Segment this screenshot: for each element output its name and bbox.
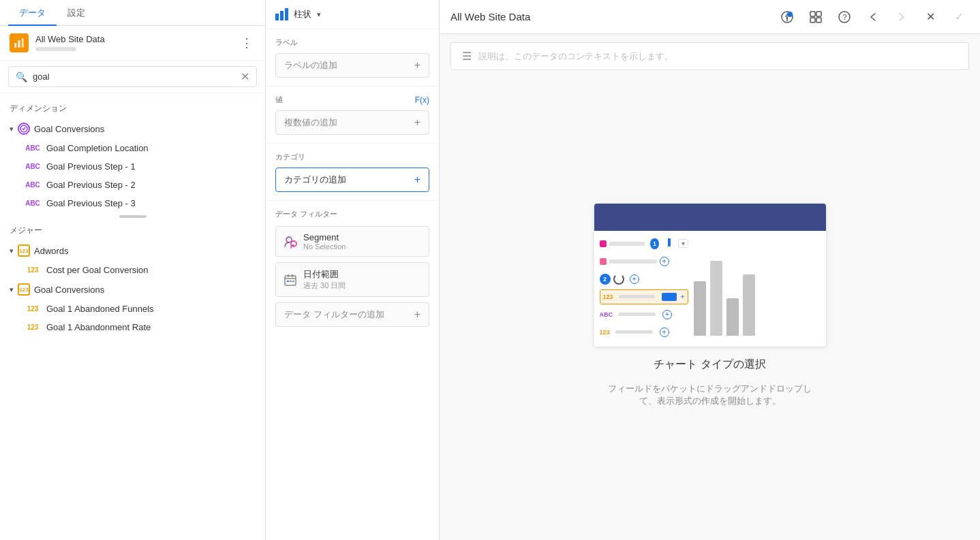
field-type-abc: ABC <box>25 200 41 207</box>
segment-filter-item[interactable]: Segment No Selection <box>275 226 429 257</box>
chevron-down-icon: ▾ <box>10 247 14 255</box>
field-type-label: 123 <box>603 293 613 300</box>
right-panel-title: All Web Site Data <box>450 11 769 22</box>
right-panel: All Web Site Data ? <box>440 0 980 540</box>
num-badge-2: 2 <box>600 274 611 285</box>
grid-icon[interactable] <box>806 7 826 27</box>
list-dot <box>600 258 607 265</box>
add-label-button[interactable]: ラベルの追加 + <box>275 53 429 78</box>
chart-type-row[interactable]: 柱状 ▾ <box>266 0 439 29</box>
notification-icon[interactable] <box>777 7 797 27</box>
measure-group-icon: 123 <box>18 244 30 257</box>
chart-select-sub: フィールドをバケットにドラッグアンドドロップして、表示形式の作成を開始します。 <box>601 383 819 407</box>
list-item[interactable]: 123 Cost per Goal Conversion <box>0 261 265 279</box>
dimension-group-label: Goal Conversions <box>34 124 104 134</box>
add-plus-icon: + <box>414 308 420 321</box>
plus-circle: + <box>660 328 669 337</box>
date-filter-item[interactable]: 日付範囲 過去 30 日間 <box>275 262 429 297</box>
svg-rect-9 <box>292 274 293 277</box>
list-row: 2 + <box>600 272 688 287</box>
measures-section-header: メジャー <box>0 221 265 240</box>
tab-settings[interactable]: 設定 <box>57 0 96 26</box>
field-type-abc: ABC <box>25 144 41 152</box>
chart-placeholder: 1 ▾ + <box>440 70 980 540</box>
check-icon[interactable]: ✓ <box>949 7 969 27</box>
measure-group-adwords[interactable]: ▾ 123 Adwords <box>0 240 265 261</box>
svg-rect-0 <box>14 43 16 48</box>
field-name: Goal Previous Step - 3 <box>46 198 136 208</box>
segment-filter-info: Segment No Selection <box>303 232 422 251</box>
list-row: + <box>600 254 688 269</box>
field-name: Cost per Goal Conversion <box>46 265 149 275</box>
list-line <box>609 242 645 246</box>
add-filter-button[interactable]: データ フィルターの追加 + <box>275 302 429 327</box>
svg-rect-8 <box>288 274 289 277</box>
field-name: Goal 1 Abandonment Rate <box>46 322 151 332</box>
chart-preview-header <box>594 204 826 231</box>
list-item[interactable]: ABC Goal Previous Step - 3 <box>0 194 265 212</box>
field-type-123: 123 <box>25 266 41 274</box>
measure-group-goal-conversions[interactable]: ▾ 123 Goal Conversions <box>0 279 265 300</box>
preview-bar <box>743 274 755 336</box>
preview-bar <box>694 281 706 336</box>
field-name: Goal Completion Location <box>46 143 149 153</box>
list-item[interactable]: 123 Goal 1 Abandonment Rate <box>0 318 265 336</box>
date-filter-sub: 過去 30 日間 <box>303 281 422 291</box>
category-label: カテゴリ <box>275 152 429 162</box>
add-plus-icon: + <box>414 59 420 72</box>
fx-button[interactable]: F(x) <box>415 95 429 105</box>
add-category-text: カテゴリの追加 <box>284 174 346 186</box>
measure-group-label: Adwords <box>34 246 69 256</box>
rotate-icon <box>613 274 624 285</box>
preview-bar <box>710 261 722 336</box>
field-type-label: 123 <box>600 329 610 336</box>
source-row: All Web Site Data ⋮ <box>0 26 265 61</box>
field-list: ディメンション ▾ Goal Conversions ABC Goal Comp… <box>0 93 265 540</box>
close-icon[interactable]: ✕ <box>920 7 940 27</box>
calendar-icon <box>283 272 298 287</box>
bucket-label: ラベル <box>275 37 429 48</box>
list-item[interactable]: 123 Goal 1 Abandoned Funnels <box>0 300 265 318</box>
svg-rect-19 <box>810 18 815 22</box>
svg-rect-17 <box>810 12 815 16</box>
more-options-button[interactable]: ⋮ <box>238 33 256 53</box>
svg-rect-20 <box>816 18 821 22</box>
svg-point-5 <box>286 237 292 242</box>
forward-icon[interactable] <box>891 7 912 27</box>
scroll-hint <box>0 212 265 221</box>
add-value-button[interactable]: 複数値の追加 + <box>275 110 429 135</box>
list-item[interactable]: ABC Goal Previous Step - 1 <box>0 157 265 176</box>
source-info: All Web Site Data <box>35 34 231 52</box>
search-box: 🔍 ✕ <box>8 66 257 87</box>
svg-rect-3 <box>35 47 76 51</box>
measure-group-label: Goal Conversions <box>34 285 104 295</box>
description-placeholder: 説明は、このデータのコンテキストを示します。 <box>478 50 673 63</box>
chart-preview-body: 1 ▾ + <box>594 231 826 347</box>
svg-point-16 <box>786 20 788 21</box>
search-clear-button[interactable]: ✕ <box>241 70 249 83</box>
source-name: All Web Site Data <box>35 34 231 44</box>
category-bucket: カテゴリ カテゴリの追加 + <box>266 144 439 201</box>
search-icon: 🔍 <box>16 72 27 82</box>
tab-data[interactable]: データ <box>8 0 57 26</box>
search-row: 🔍 ✕ <box>0 61 265 93</box>
help-icon[interactable]: ? <box>834 7 855 27</box>
date-filter-name: 日付範囲 <box>303 268 422 281</box>
left-panel: データ 設定 All Web Site Data ⋮ 🔍 ✕ デ <box>0 0 266 540</box>
tab-bar: データ 設定 <box>0 0 265 26</box>
list-item[interactable]: ABC Goal Completion Location <box>0 139 265 157</box>
list-item[interactable]: ABC Goal Previous Step - 2 <box>0 176 265 194</box>
search-input[interactable] <box>33 72 235 82</box>
list-row-selected: 123 + <box>600 289 688 304</box>
chart-type-label: 柱状 <box>294 8 311 20</box>
add-category-button[interactable]: カテゴリの追加 + <box>275 168 429 192</box>
field-name: Goal 1 Abandoned Funnels <box>46 304 154 314</box>
back-icon[interactable] <box>863 7 883 27</box>
dimension-group-goal-conversions[interactable]: ▾ Goal Conversions <box>0 118 265 139</box>
field-type-label: ABC <box>600 311 613 318</box>
plus-circle: + <box>660 257 669 266</box>
chevron-down-icon: ▾ <box>10 125 14 133</box>
source-icon <box>10 33 29 52</box>
chevron-down-icon: ▾ <box>10 285 14 294</box>
chevron-down-icon: ▾ <box>317 10 321 19</box>
